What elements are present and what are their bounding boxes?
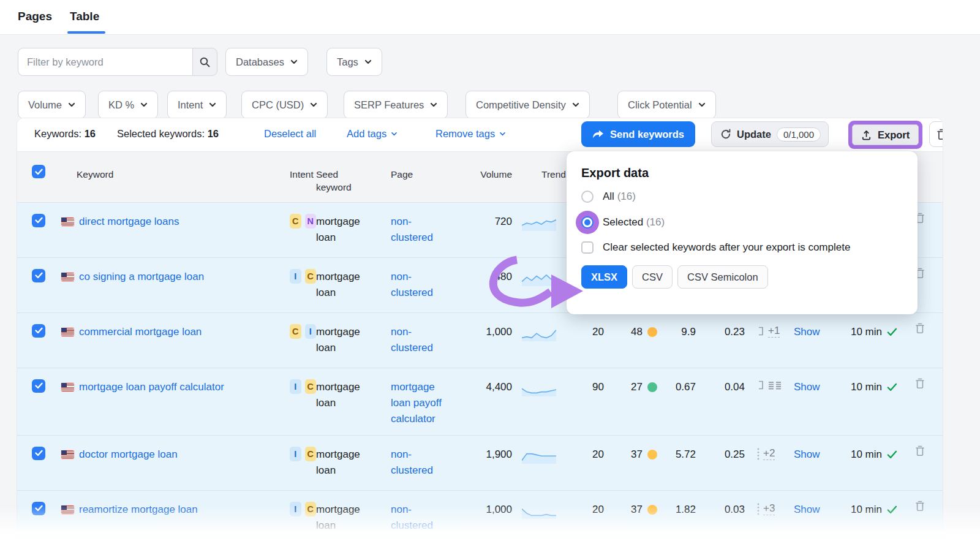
- filter-chip-intent[interactable]: Intent: [167, 91, 227, 119]
- radio-unchecked-icon[interactable]: [581, 191, 594, 203]
- delete-selected-button[interactable]: [929, 121, 943, 147]
- send-arrow-icon: [592, 130, 604, 139]
- volume-value: 480: [463, 258, 512, 285]
- metric-value: 20: [559, 436, 604, 463]
- intent-badge-c: C: [305, 502, 317, 516]
- filter-chip-serp-features[interactable]: SERP Features: [344, 91, 448, 119]
- trend-sparkline: [522, 450, 556, 464]
- export-button[interactable]: Export: [852, 124, 919, 145]
- updated-check-icon: [887, 505, 897, 514]
- header-keyword[interactable]: Keyword: [49, 152, 275, 181]
- trash-icon: [937, 129, 944, 140]
- keyword-link[interactable]: doctor mortgage loan: [79, 447, 178, 463]
- page-link[interactable]: non-clustered: [391, 324, 452, 356]
- row-checkbox[interactable]: [32, 269, 45, 282]
- search-button[interactable]: [192, 48, 217, 76]
- header-trend[interactable]: Trend: [512, 152, 559, 181]
- check-icon: [35, 505, 43, 512]
- tab-pages[interactable]: Pages: [18, 10, 52, 23]
- refresh-icon: [720, 129, 731, 140]
- kd-value: 37: [631, 502, 643, 518]
- export-option-all[interactable]: All (16): [581, 191, 903, 203]
- chevron-down-icon: [68, 102, 75, 107]
- filter-chip-volume[interactable]: Volume: [18, 91, 86, 119]
- row-checkbox[interactable]: [32, 324, 45, 338]
- show-link[interactable]: Show: [794, 381, 820, 393]
- keyword-link[interactable]: mortgage loan payoff calculator: [79, 379, 224, 395]
- serp-more-link[interactable]: +1: [768, 325, 780, 338]
- page-link[interactable]: non-clustered: [391, 214, 452, 246]
- show-link[interactable]: Show: [794, 448, 820, 460]
- filter-chip-tags[interactable]: Tags: [326, 48, 382, 76]
- header-seed-keyword[interactable]: Seed keyword: [316, 152, 365, 194]
- keyword-link[interactable]: reamortize mortgage loan: [79, 502, 198, 518]
- serp-features: [745, 368, 794, 390]
- header-volume[interactable]: Volume: [463, 152, 512, 181]
- intent-badge-i: I: [305, 324, 317, 339]
- page-link[interactable]: non-clustered: [391, 447, 452, 479]
- clear-selected-label: Clear selected keywords after your expor…: [603, 241, 850, 254]
- intent-badge-c: C: [305, 447, 317, 461]
- export-format-csv-semicolon-button[interactable]: CSV Semicolon: [677, 265, 768, 289]
- serp-features: +3: [745, 491, 794, 515]
- row-delete-button[interactable]: [897, 436, 943, 461]
- seed-keyword: mortgage loan: [316, 368, 377, 411]
- filter-chip-competitive-density[interactable]: Competitive Density: [466, 91, 590, 119]
- export-popup: Export data All (16) Selected (16) Clear…: [567, 151, 918, 314]
- header-intent[interactable]: Intent: [275, 152, 316, 181]
- row-delete-button[interactable]: [897, 368, 943, 394]
- show-link[interactable]: Show: [794, 326, 820, 338]
- volume-value: 4,400: [463, 368, 512, 395]
- row-checkbox[interactable]: [32, 214, 45, 227]
- send-keywords-button[interactable]: Send keywords: [581, 121, 695, 147]
- volume-value: 720: [463, 203, 512, 230]
- header-page[interactable]: Page: [391, 152, 463, 181]
- filter-chip-click-potential[interactable]: Click Potential: [617, 91, 716, 119]
- row-checkbox[interactable]: [32, 447, 45, 460]
- export-popup-title: Export data: [581, 166, 903, 180]
- chevron-down-icon: [364, 59, 372, 64]
- check-icon: [35, 217, 43, 224]
- remove-tags-dropdown[interactable]: Remove tags: [435, 128, 506, 140]
- filter-chip-cpc-usd[interactable]: CPC (USD): [241, 91, 328, 119]
- row-checkbox[interactable]: [32, 379, 45, 393]
- show-link[interactable]: Show: [794, 504, 820, 515]
- filter-chip-kd[interactable]: KD %: [98, 91, 158, 119]
- upload-icon: [861, 130, 872, 140]
- deselect-all-link[interactable]: Deselect all: [264, 128, 316, 140]
- kd-value: 27: [631, 379, 643, 395]
- dots-icon: [757, 503, 760, 515]
- tab-table[interactable]: Table: [70, 10, 99, 23]
- us-flag-icon: [61, 505, 74, 514]
- page-link[interactable]: non-clustered: [391, 269, 452, 301]
- serp-more-link[interactable]: +3: [763, 502, 775, 515]
- kd-value: 37: [631, 447, 643, 463]
- serp-more-link[interactable]: +2: [763, 447, 775, 460]
- radio-checked-icon[interactable]: [581, 216, 594, 229]
- export-option-selected[interactable]: Selected (16): [581, 216, 903, 229]
- add-tags-dropdown[interactable]: Add tags: [347, 128, 398, 140]
- keyword-link[interactable]: direct mortgage loans: [79, 214, 179, 230]
- checkbox-unchecked-icon[interactable]: [581, 241, 594, 254]
- select-all-checkbox[interactable]: [32, 165, 45, 178]
- keyword-link[interactable]: commercial mortgage loan: [79, 324, 202, 340]
- updated-check-icon: [887, 383, 897, 392]
- keywords-count: Keywords: 16: [34, 128, 96, 140]
- row-delete-button[interactable]: [897, 313, 943, 339]
- keyword-filter-input[interactable]: [18, 48, 192, 76]
- export-format-csv-button[interactable]: CSV: [632, 265, 673, 289]
- page-link[interactable]: non-clustered: [391, 502, 452, 534]
- row-delete-button[interactable]: [897, 491, 943, 516]
- seed-keyword: mortgage loan: [316, 203, 377, 246]
- clear-selected-option[interactable]: Clear selected keywords after your expor…: [581, 241, 903, 254]
- kd-dot: [647, 450, 657, 460]
- keyword-link[interactable]: co signing a mortgage loan: [79, 269, 204, 285]
- page-link[interactable]: mortgage loan payoff calculator: [391, 379, 452, 427]
- keyword-table-screen: Pages Table DatabasesTags VolumeKD %Inte…: [0, 0, 980, 541]
- export-format-xlsx-button[interactable]: XLSX: [581, 265, 627, 289]
- update-button[interactable]: Update 0/1,000: [711, 121, 829, 147]
- us-flag-icon: [61, 273, 74, 281]
- trash-icon: [915, 323, 925, 334]
- row-checkbox[interactable]: [32, 502, 45, 515]
- filter-chip-databases[interactable]: Databases: [225, 48, 308, 76]
